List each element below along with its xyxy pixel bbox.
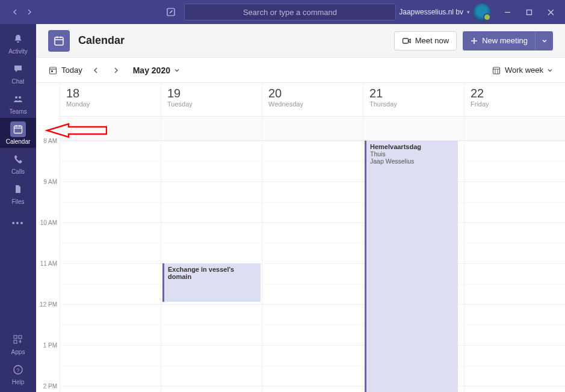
svg-rect-5 bbox=[14, 335, 17, 338]
new-meeting-button[interactable]: New meeting bbox=[463, 31, 535, 51]
calendar-event[interactable]: Exchange in vessel's domain bbox=[162, 263, 261, 302]
teams-icon bbox=[13, 94, 23, 105]
day-header: 18Monday bbox=[60, 83, 161, 117]
svg-text:?: ? bbox=[16, 367, 19, 373]
time-slots[interactable]: HemelvaartsdagThuisJaap Wesselius bbox=[363, 141, 464, 392]
app-rail: Activity Chat Teams Calendar Calls Files… bbox=[0, 24, 36, 392]
month-picker[interactable]: May 2020 bbox=[133, 66, 180, 75]
time-label: 10 AM bbox=[40, 219, 57, 226]
ellipsis-icon: ••• bbox=[10, 215, 26, 231]
svg-rect-14 bbox=[493, 67, 499, 74]
nav-back[interactable] bbox=[8, 5, 22, 19]
time-slots[interactable]: Exchange in vessel's domain bbox=[161, 141, 262, 392]
rail-files[interactable]: Files bbox=[0, 178, 36, 208]
chevron-down-icon bbox=[547, 67, 553, 73]
phone-icon bbox=[13, 154, 23, 165]
allday-row[interactable] bbox=[262, 117, 363, 141]
chat-icon bbox=[13, 64, 23, 75]
time-label: 9 AM bbox=[43, 179, 57, 185]
time-label: 1 PM bbox=[43, 342, 57, 349]
svg-point-3 bbox=[19, 96, 21, 99]
page-title: Calendar bbox=[78, 34, 125, 47]
time-label: 12 PM bbox=[40, 301, 57, 308]
svg-rect-1 bbox=[526, 10, 531, 14]
time-slots[interactable] bbox=[60, 141, 161, 392]
calendar-view-icon bbox=[492, 66, 501, 75]
meet-now-button[interactable]: Meet now bbox=[394, 31, 457, 51]
rail-help[interactable]: ? Help bbox=[0, 358, 36, 388]
day-column[interactable]: 20Wednesday bbox=[262, 83, 363, 392]
rail-more[interactable]: ••• bbox=[0, 208, 36, 238]
help-icon: ? bbox=[13, 364, 23, 375]
rail-calls[interactable]: Calls bbox=[0, 148, 36, 178]
day-column[interactable]: 19TuesdayExchange in vessel's domain bbox=[161, 83, 262, 392]
day-header: 22Friday bbox=[465, 83, 565, 117]
chevron-down-icon bbox=[174, 67, 180, 73]
day-column[interactable]: 21ThursdayHemelvaartsdagThuisJaap Wessel… bbox=[363, 83, 465, 392]
rail-chat[interactable]: Chat bbox=[0, 58, 36, 88]
allday-row[interactable] bbox=[161, 117, 262, 141]
tenant-switcher[interactable]: Jaapwesselius.nl bv ▾ bbox=[399, 8, 470, 16]
time-slots[interactable] bbox=[262, 141, 363, 392]
svg-rect-4 bbox=[14, 126, 22, 133]
calendar-event[interactable]: HemelvaartsdagThuisJaap Wesselius bbox=[365, 141, 458, 392]
compose-icon[interactable] bbox=[162, 4, 179, 20]
next-period[interactable] bbox=[109, 63, 123, 78]
new-meeting-split[interactable] bbox=[535, 31, 553, 51]
rail-activity[interactable]: Activity bbox=[0, 28, 36, 58]
title-bar: Search or type a command Jaapwesselius.n… bbox=[0, 0, 565, 24]
rail-teams[interactable]: Teams bbox=[0, 88, 36, 118]
day-header: 20Wednesday bbox=[262, 83, 363, 117]
time-label: 2 PM bbox=[43, 383, 57, 390]
time-slots[interactable] bbox=[465, 141, 565, 392]
time-label: 11 AM bbox=[40, 260, 57, 267]
search-input[interactable]: Search or type a command bbox=[184, 4, 396, 20]
calendar-grid: 8 AM9 AM10 AM11 AM12 PM1 PM2 PM 18Monday… bbox=[36, 83, 565, 392]
page-header: Calendar Meet now New meeting bbox=[36, 24, 565, 58]
svg-rect-10 bbox=[55, 37, 63, 45]
apps-icon bbox=[13, 334, 23, 345]
view-picker[interactable]: Work week bbox=[492, 66, 553, 75]
calendar-today-icon bbox=[48, 66, 58, 75]
window-minimize[interactable] bbox=[496, 0, 518, 24]
chevron-down-icon bbox=[542, 38, 548, 44]
avatar[interactable] bbox=[474, 4, 490, 20]
allday-row[interactable] bbox=[465, 117, 565, 141]
plus-icon bbox=[470, 37, 478, 45]
time-label: 8 AM bbox=[43, 138, 57, 144]
window-maximize[interactable] bbox=[518, 0, 540, 24]
svg-point-2 bbox=[15, 96, 17, 99]
calendar-icon bbox=[13, 124, 23, 135]
allday-row[interactable] bbox=[363, 117, 464, 141]
svg-rect-6 bbox=[19, 335, 22, 338]
calendar-toolbar: Today May 2020 Work week bbox=[36, 58, 565, 83]
bell-icon bbox=[13, 34, 23, 44]
nav-forward[interactable] bbox=[23, 5, 36, 19]
prev-period[interactable] bbox=[88, 63, 103, 78]
annotation-arrow bbox=[45, 123, 107, 138]
svg-rect-11 bbox=[403, 38, 408, 43]
video-icon bbox=[402, 36, 412, 46]
day-header: 21Thursday bbox=[363, 83, 464, 117]
day-header: 19Tuesday bbox=[161, 83, 262, 117]
calendar-app-icon bbox=[48, 30, 70, 52]
svg-rect-7 bbox=[14, 340, 17, 343]
day-column[interactable]: 22Friday bbox=[465, 83, 565, 392]
svg-rect-13 bbox=[51, 70, 53, 72]
file-icon bbox=[13, 184, 23, 195]
rail-calendar[interactable]: Calendar bbox=[0, 118, 36, 148]
window-close[interactable] bbox=[540, 0, 561, 24]
chevron-down-icon: ▾ bbox=[467, 9, 470, 15]
rail-apps[interactable]: Apps bbox=[0, 328, 36, 358]
today-button[interactable]: Today bbox=[48, 66, 82, 75]
